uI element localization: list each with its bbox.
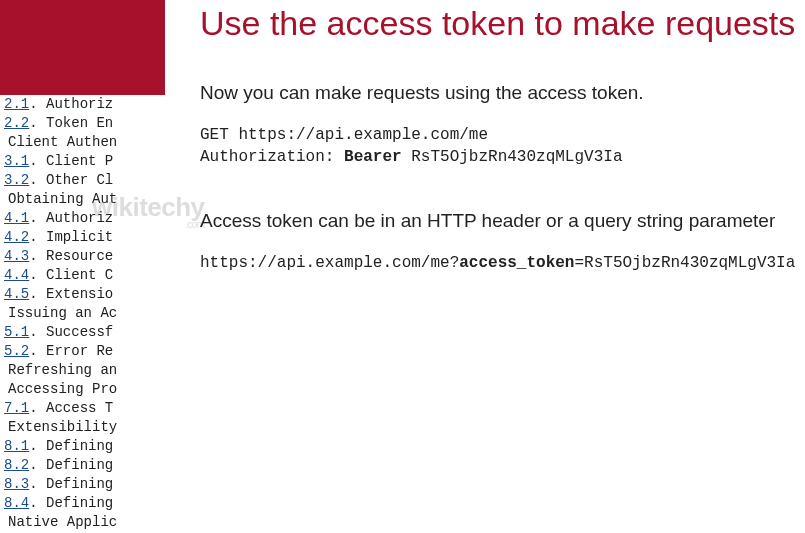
code-bold: access_token [459, 254, 574, 272]
toc-row: 4.4. Client C [0, 266, 165, 285]
toc-section: Client Authen [4, 134, 117, 150]
toc-row: Issuing an Ac [0, 304, 165, 323]
toc-row: 8.1. Defining [0, 437, 165, 456]
toc-label: Access T [46, 400, 113, 416]
red-header-block [0, 0, 165, 95]
code-block-1: GET https://api.example.com/me Authoriza… [200, 124, 800, 168]
toc-sep: . [29, 172, 46, 188]
toc-section: Accessing Pro [4, 381, 117, 397]
toc-label: Client P [46, 153, 113, 169]
toc-link[interactable]: 8.3 [4, 476, 29, 492]
toc-section: Refreshing an [4, 362, 117, 378]
toc-row: 2.2. Token En [0, 114, 165, 133]
toc-sep: . [29, 267, 46, 283]
toc-sep: . [29, 96, 46, 112]
code-line: Authorization: Bearer RsT5OjbzRn430zqMLg… [200, 146, 800, 168]
toc-row: 8.3. Defining [0, 475, 165, 494]
toc-label: Implicit [46, 229, 113, 245]
toc-row: Extensibility [0, 418, 165, 437]
code-text: =RsT5OjbzRn430zqMLgV3Ia [574, 254, 795, 272]
toc-label: Defining [46, 476, 113, 492]
toc-sep: . [29, 400, 46, 416]
toc-sep: . [29, 495, 46, 511]
toc-label: Other Cl [46, 172, 113, 188]
toc-sep: . [29, 248, 46, 264]
toc-row: 2.1. Authoriz [0, 95, 165, 114]
toc-link[interactable]: 4.4 [4, 267, 29, 283]
toc-row: 3.1. Client P [0, 152, 165, 171]
toc-link[interactable]: 2.2 [4, 115, 29, 131]
toc-sep: . [29, 115, 46, 131]
toc-sep: . [29, 457, 46, 473]
toc-label: Resource [46, 248, 113, 264]
code-text: RsT5OjbzRn430zqMLgV3Ia [402, 148, 623, 166]
toc-row: 4.2. Implicit [0, 228, 165, 247]
toc-link[interactable]: 7.1 [4, 400, 29, 416]
toc-sep: . [29, 153, 46, 169]
toc-link[interactable]: 8.4 [4, 495, 29, 511]
toc-row: 4.1. Authoriz [0, 209, 165, 228]
table-of-contents: 2.1. Authoriz2.2. Token En Client Authen… [0, 95, 165, 532]
toc-label: Defining [46, 438, 113, 454]
toc-section: Obtaining Aut [4, 191, 117, 207]
toc-row: 5.1. Successf [0, 323, 165, 342]
second-paragraph: Access token can be in an HTTP header or… [200, 208, 800, 234]
toc-link[interactable]: 5.2 [4, 343, 29, 359]
code-text: Authorization: [200, 148, 344, 166]
toc-link[interactable]: 3.1 [4, 153, 29, 169]
toc-link[interactable]: 4.5 [4, 286, 29, 302]
toc-section: Issuing an Ac [4, 305, 117, 321]
toc-row: Accessing Pro [0, 380, 165, 399]
toc-label: Extensio [46, 286, 113, 302]
toc-link[interactable]: 4.1 [4, 210, 29, 226]
toc-sep: . [29, 286, 46, 302]
toc-link[interactable]: 5.1 [4, 324, 29, 340]
toc-label: Successf [46, 324, 113, 340]
toc-label: Defining [46, 495, 113, 511]
toc-sep: . [29, 438, 46, 454]
toc-row: 4.3. Resource [0, 247, 165, 266]
toc-link[interactable]: 4.2 [4, 229, 29, 245]
toc-section: Native Applic [4, 514, 117, 530]
intro-paragraph: Now you can make requests using the acce… [200, 80, 800, 106]
toc-label: Authoriz [46, 210, 113, 226]
toc-row: 8.2. Defining [0, 456, 165, 475]
toc-sep: . [29, 476, 46, 492]
toc-row: Native Applic [0, 513, 165, 532]
toc-link[interactable]: 8.1 [4, 438, 29, 454]
toc-sep: . [29, 229, 46, 245]
toc-row: 3.2. Other Cl [0, 171, 165, 190]
toc-label: Client C [46, 267, 113, 283]
toc-row: Refreshing an [0, 361, 165, 380]
page-title: Use the access token to make requests [200, 2, 800, 44]
toc-row: Client Authen [0, 133, 165, 152]
toc-label: Error Re [46, 343, 113, 359]
main-content: Use the access token to make requests No… [200, 0, 800, 314]
toc-row: 8.4. Defining [0, 494, 165, 513]
toc-sep: . [29, 324, 46, 340]
toc-sep: . [29, 210, 46, 226]
toc-row: 5.2. Error Re [0, 342, 165, 361]
toc-row: 7.1. Access T [0, 399, 165, 418]
toc-row: 4.5. Extensio [0, 285, 165, 304]
toc-label: Defining [46, 457, 113, 473]
toc-row: Obtaining Aut [0, 190, 165, 209]
toc-sep: . [29, 343, 46, 359]
code-text: https://api.example.com/me? [200, 254, 459, 272]
code-bold: Bearer [344, 148, 402, 166]
toc-label: Authoriz [46, 96, 113, 112]
left-column: 2.1. Authoriz2.2. Token En Client Authen… [0, 0, 165, 533]
toc-section: Extensibility [4, 419, 117, 435]
toc-link[interactable]: 3.2 [4, 172, 29, 188]
code-block-2: https://api.example.com/me?access_token=… [200, 252, 800, 274]
toc-label: Token En [46, 115, 113, 131]
code-line: GET https://api.example.com/me [200, 124, 800, 146]
toc-link[interactable]: 2.1 [4, 96, 29, 112]
toc-link[interactable]: 4.3 [4, 248, 29, 264]
toc-link[interactable]: 8.2 [4, 457, 29, 473]
